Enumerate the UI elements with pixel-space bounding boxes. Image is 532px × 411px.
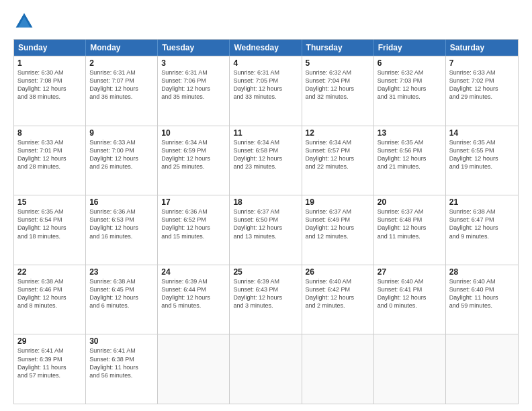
day-info: Sunrise: 6:40 AM Sunset: 6:42 PM Dayligh… <box>306 277 370 310</box>
day-number: 1 <box>17 58 82 68</box>
calendar-cell: 29Sunrise: 6:41 AM Sunset: 6:39 PM Dayli… <box>14 334 86 404</box>
day-info: Sunrise: 6:33 AM Sunset: 7:01 PM Dayligh… <box>17 138 82 171</box>
calendar-cell: 6Sunrise: 6:32 AM Sunset: 7:03 PM Daylig… <box>374 56 446 126</box>
day-info: Sunrise: 6:30 AM Sunset: 7:08 PM Dayligh… <box>17 68 82 101</box>
logo <box>13 11 38 32</box>
day-number: 28 <box>449 267 515 277</box>
calendar-cell: 26Sunrise: 6:40 AM Sunset: 6:42 PM Dayli… <box>302 265 374 334</box>
calendar-cell: 12Sunrise: 6:34 AM Sunset: 6:57 PM Dayli… <box>302 126 374 195</box>
day-info: Sunrise: 6:35 AM Sunset: 6:55 PM Dayligh… <box>449 138 515 171</box>
day-info: Sunrise: 6:37 AM Sunset: 6:49 PM Dayligh… <box>306 208 370 240</box>
page: SundayMondayTuesdayWednesdayThursdayFrid… <box>0 0 532 411</box>
day-info: Sunrise: 6:32 AM Sunset: 7:04 PM Dayligh… <box>306 68 370 101</box>
day-info: Sunrise: 6:37 AM Sunset: 6:48 PM Dayligh… <box>378 208 442 240</box>
day-number: 5 <box>306 58 370 68</box>
day-number: 22 <box>17 267 82 277</box>
calendar-cell: 21Sunrise: 6:38 AM Sunset: 6:47 PM Dayli… <box>446 195 518 265</box>
calendar-cell: 1Sunrise: 6:30 AM Sunset: 7:08 PM Daylig… <box>14 56 86 126</box>
calendar-cell: 28Sunrise: 6:40 AM Sunset: 6:40 PM Dayli… <box>446 265 518 334</box>
day-number: 9 <box>89 128 154 138</box>
calendar-cell: 7Sunrise: 6:33 AM Sunset: 7:02 PM Daylig… <box>446 56 518 126</box>
day-number: 24 <box>161 267 226 277</box>
day-number: 26 <box>306 267 370 277</box>
day-info: Sunrise: 6:34 AM Sunset: 6:57 PM Dayligh… <box>306 138 370 171</box>
day-number: 12 <box>306 128 370 138</box>
calendar-cell: 3Sunrise: 6:31 AM Sunset: 7:06 PM Daylig… <box>158 56 230 126</box>
calendar-cell: 25Sunrise: 6:39 AM Sunset: 6:43 PM Dayli… <box>230 265 302 334</box>
day-number: 8 <box>17 128 82 138</box>
day-info: Sunrise: 6:35 AM Sunset: 6:54 PM Dayligh… <box>17 208 82 240</box>
day-number: 6 <box>378 58 442 68</box>
day-number: 25 <box>233 267 298 277</box>
day-number: 2 <box>89 58 154 68</box>
day-info: Sunrise: 6:41 AM Sunset: 6:39 PM Dayligh… <box>17 347 82 379</box>
day-number: 19 <box>306 197 370 207</box>
day-info: Sunrise: 6:40 AM Sunset: 6:40 PM Dayligh… <box>449 277 515 310</box>
calendar-cell <box>302 334 374 404</box>
calendar-cell: 19Sunrise: 6:37 AM Sunset: 6:49 PM Dayli… <box>302 195 374 265</box>
calendar-cell: 4Sunrise: 6:31 AM Sunset: 7:05 PM Daylig… <box>230 56 302 126</box>
day-info: Sunrise: 6:38 AM Sunset: 6:47 PM Dayligh… <box>449 208 515 240</box>
calendar-cell: 18Sunrise: 6:37 AM Sunset: 6:50 PM Dayli… <box>230 195 302 265</box>
calendar-cell <box>446 334 518 404</box>
calendar-cell: 27Sunrise: 6:40 AM Sunset: 6:41 PM Dayli… <box>374 265 446 334</box>
calendar-week-row: 15Sunrise: 6:35 AM Sunset: 6:54 PM Dayli… <box>14 195 518 265</box>
calendar-cell: 20Sunrise: 6:37 AM Sunset: 6:48 PM Dayli… <box>374 195 446 265</box>
day-info: Sunrise: 6:31 AM Sunset: 7:05 PM Dayligh… <box>233 68 298 101</box>
day-info: Sunrise: 6:34 AM Sunset: 6:58 PM Dayligh… <box>233 138 298 171</box>
day-number: 16 <box>89 197 154 207</box>
day-info: Sunrise: 6:33 AM Sunset: 7:00 PM Dayligh… <box>89 138 154 171</box>
day-info: Sunrise: 6:34 AM Sunset: 6:59 PM Dayligh… <box>161 138 226 171</box>
day-number: 4 <box>233 58 298 68</box>
calendar-header-cell: Monday <box>86 40 158 56</box>
calendar-cell: 9Sunrise: 6:33 AM Sunset: 7:00 PM Daylig… <box>86 126 158 195</box>
calendar-cell: 13Sunrise: 6:35 AM Sunset: 6:56 PM Dayli… <box>374 126 446 195</box>
calendar-header-cell: Tuesday <box>158 40 230 56</box>
day-info: Sunrise: 6:36 AM Sunset: 6:52 PM Dayligh… <box>161 208 226 240</box>
calendar-cell: 23Sunrise: 6:38 AM Sunset: 6:45 PM Dayli… <box>86 265 158 334</box>
day-info: Sunrise: 6:31 AM Sunset: 7:07 PM Dayligh… <box>89 68 154 101</box>
logo-icon <box>13 11 35 32</box>
calendar-cell: 22Sunrise: 6:38 AM Sunset: 6:46 PM Dayli… <box>14 265 86 334</box>
day-number: 7 <box>449 58 515 68</box>
calendar-cell: 14Sunrise: 6:35 AM Sunset: 6:55 PM Dayli… <box>446 126 518 195</box>
calendar-header-cell: Sunday <box>14 40 86 56</box>
calendar-header-cell: Saturday <box>446 40 518 56</box>
calendar-header-cell: Thursday <box>302 40 374 56</box>
calendar-week-row: 1Sunrise: 6:30 AM Sunset: 7:08 PM Daylig… <box>14 56 518 126</box>
day-info: Sunrise: 6:33 AM Sunset: 7:02 PM Dayligh… <box>449 68 515 101</box>
calendar-header-cell: Friday <box>374 40 446 56</box>
day-number: 21 <box>449 197 515 207</box>
day-number: 13 <box>378 128 442 138</box>
calendar-cell <box>230 334 302 404</box>
day-number: 11 <box>233 128 298 138</box>
calendar-cell: 24Sunrise: 6:39 AM Sunset: 6:44 PM Dayli… <box>158 265 230 334</box>
day-info: Sunrise: 6:38 AM Sunset: 6:45 PM Dayligh… <box>89 277 154 310</box>
calendar-cell: 16Sunrise: 6:36 AM Sunset: 6:53 PM Dayli… <box>86 195 158 265</box>
calendar: SundayMondayTuesdayWednesdayThursdayFrid… <box>13 39 519 404</box>
calendar-cell: 8Sunrise: 6:33 AM Sunset: 7:01 PM Daylig… <box>14 126 86 195</box>
calendar-week-row: 8Sunrise: 6:33 AM Sunset: 7:01 PM Daylig… <box>14 126 518 195</box>
day-number: 23 <box>89 267 154 277</box>
calendar-cell: 11Sunrise: 6:34 AM Sunset: 6:58 PM Dayli… <box>230 126 302 195</box>
header <box>13 11 519 32</box>
calendar-cell: 5Sunrise: 6:32 AM Sunset: 7:04 PM Daylig… <box>302 56 374 126</box>
day-number: 30 <box>89 336 154 346</box>
day-info: Sunrise: 6:40 AM Sunset: 6:41 PM Dayligh… <box>378 277 442 310</box>
calendar-cell: 17Sunrise: 6:36 AM Sunset: 6:52 PM Dayli… <box>158 195 230 265</box>
day-number: 15 <box>17 197 82 207</box>
calendar-week-row: 22Sunrise: 6:38 AM Sunset: 6:46 PM Dayli… <box>14 265 518 334</box>
day-number: 10 <box>161 128 226 138</box>
day-number: 20 <box>378 197 442 207</box>
day-info: Sunrise: 6:35 AM Sunset: 6:56 PM Dayligh… <box>378 138 442 171</box>
day-info: Sunrise: 6:39 AM Sunset: 6:43 PM Dayligh… <box>233 277 298 310</box>
day-number: 29 <box>17 336 82 346</box>
calendar-cell: 10Sunrise: 6:34 AM Sunset: 6:59 PM Dayli… <box>158 126 230 195</box>
calendar-cell: 30Sunrise: 6:41 AM Sunset: 6:38 PM Dayli… <box>86 334 158 404</box>
day-info: Sunrise: 6:37 AM Sunset: 6:50 PM Dayligh… <box>233 208 298 240</box>
day-number: 14 <box>449 128 515 138</box>
day-info: Sunrise: 6:38 AM Sunset: 6:46 PM Dayligh… <box>17 277 82 310</box>
day-number: 3 <box>161 58 226 68</box>
day-info: Sunrise: 6:39 AM Sunset: 6:44 PM Dayligh… <box>161 277 226 310</box>
day-number: 17 <box>161 197 226 207</box>
